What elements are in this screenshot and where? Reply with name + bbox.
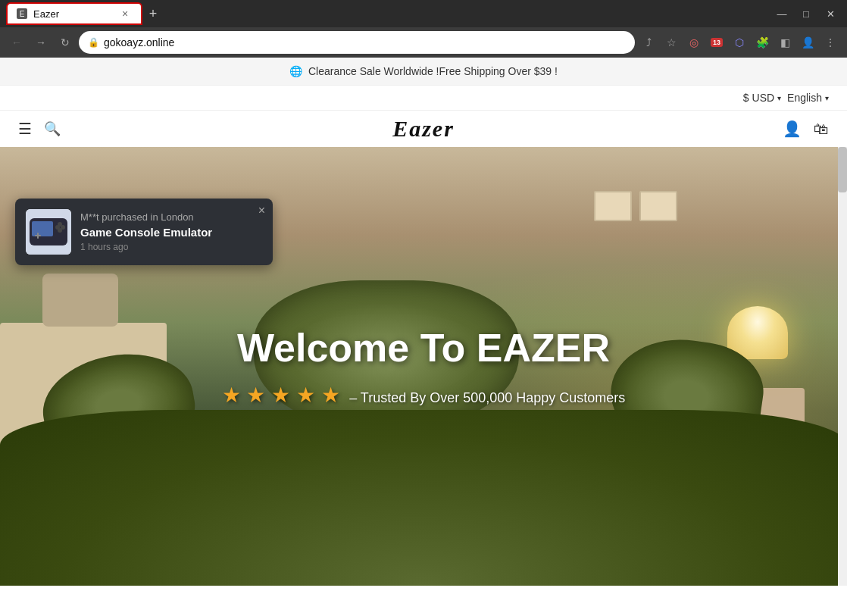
search-extension-button[interactable]: ⬡ [729, 32, 750, 53]
blanket-decoration [0, 410, 847, 586]
account-icon[interactable]: 👤 [783, 120, 802, 138]
reload-button[interactable]: ↻ [55, 32, 76, 53]
site-header: ☰ 🔍 Eazer 👤 🛍 [0, 111, 847, 147]
title-bar: E Eazer × + — □ ✕ [0, 0, 847, 27]
tab-title: Eazer [33, 8, 112, 20]
hamburger-menu-icon[interactable]: ☰ [18, 120, 32, 138]
menu-button[interactable]: ⋮ [820, 32, 841, 53]
svg-point-5 [58, 222, 62, 227]
hero-tagline: – Trusted By Over 500,000 Happy Customer… [349, 390, 625, 405]
extension-badge: 13 [711, 38, 723, 47]
window-close-button[interactable]: ✕ [820, 3, 841, 24]
address-bar[interactable]: 🔒 gokoayz.online [79, 31, 635, 54]
maximize-button[interactable]: □ [795, 3, 817, 24]
minimize-button[interactable]: — [771, 3, 792, 24]
notification-close-button[interactable]: × [258, 205, 265, 217]
url-text: gokoayz.online [104, 36, 626, 48]
header-right: 👤 🛍 [783, 120, 829, 138]
share-button[interactable]: ⤴ [638, 32, 659, 53]
hero-title: Welcome To EAZER [222, 325, 626, 371]
notification-popup: M**t purchased in London Game Console Em… [15, 199, 273, 265]
notification-time: 1 hours ago [80, 242, 262, 252]
nav-bar: ← → ↻ 🔒 gokoayz.online ⤴ ☆ ◎ 13 ⬡ 🧩 ◧ 👤 … [0, 27, 847, 58]
scrollbar-thumb[interactable] [838, 147, 847, 192]
website-content: 🌐 Clearance Sale Worldwide !Free Shippin… [0, 58, 847, 616]
search-icon[interactable]: 🔍 [44, 120, 61, 137]
browser-chrome: E Eazer × + — □ ✕ ← → ↻ 🔒 gokoayz.online… [0, 0, 847, 58]
wall-photos [594, 191, 677, 221]
hero-text-area: Welcome To EAZER ★ ★ ★ ★ ★ – Trusted By … [222, 325, 626, 408]
tab-area: E Eazer × + [6, 2, 768, 25]
utility-bar: $ USD ▾ English ▾ [0, 86, 847, 111]
rating-stars: ★ ★ ★ ★ ★ [222, 383, 340, 407]
forward-button[interactable]: → [30, 32, 52, 53]
language-chevron-icon: ▾ [825, 94, 829, 102]
notification-product-image [26, 209, 71, 255]
header-left: ☰ 🔍 [18, 120, 61, 138]
extensions-button[interactable]: 🧩 [752, 32, 773, 53]
browser-actions: ⤴ ☆ ◎ 13 ⬡ 🧩 ◧ 👤 ⋮ [638, 32, 841, 53]
currency-label: $ USD [743, 92, 774, 104]
browser-tab[interactable]: E Eazer × [6, 2, 142, 25]
announcement-bar: 🌐 Clearance Sale Worldwide !Free Shippin… [0, 58, 847, 86]
hero-subtitle: ★ ★ ★ ★ ★ – Trusted By Over 500,000 Happ… [222, 383, 626, 408]
site-logo[interactable]: Eazer [392, 116, 455, 142]
back-button[interactable]: ← [6, 32, 27, 53]
notification-product: Game Console Emulator [80, 226, 262, 239]
tab-close-button[interactable]: × [118, 7, 132, 20]
svg-point-6 [58, 228, 62, 233]
rss-extension-button[interactable]: ◎ [683, 32, 705, 53]
language-selector[interactable]: English ▾ [787, 92, 829, 104]
scrollbar[interactable] [838, 147, 847, 586]
new-tab-button[interactable]: + [142, 3, 164, 24]
language-label: English [787, 92, 822, 104]
badge-extension-button[interactable]: 13 [706, 32, 727, 53]
currency-chevron-icon: ▾ [777, 94, 781, 102]
globe-icon: 🌐 [289, 65, 302, 77]
speaker-decoration [42, 274, 118, 327]
hero-section: Welcome To EAZER ★ ★ ★ ★ ★ – Trusted By … [0, 147, 847, 586]
svg-rect-8 [37, 233, 39, 239]
profile-button[interactable]: 👤 [797, 32, 818, 53]
notification-content: M**t purchased in London Game Console Em… [80, 211, 262, 252]
announcement-text: Clearance Sale Worldwide !Free Shipping … [308, 65, 558, 77]
notification-user: M**t purchased in London [80, 211, 262, 223]
lock-icon: 🔒 [88, 37, 99, 48]
sidebar-button[interactable]: ◧ [774, 32, 795, 53]
photo-frame-2 [639, 191, 677, 221]
svg-rect-2 [32, 221, 53, 236]
photo-frame-1 [594, 191, 632, 221]
cart-icon[interactable]: 🛍 [814, 120, 829, 138]
tab-favicon: E [17, 8, 27, 19]
window-controls: — □ ✕ [771, 3, 841, 24]
currency-selector[interactable]: $ USD ▾ [743, 92, 781, 104]
bookmark-button[interactable]: ☆ [661, 32, 682, 53]
